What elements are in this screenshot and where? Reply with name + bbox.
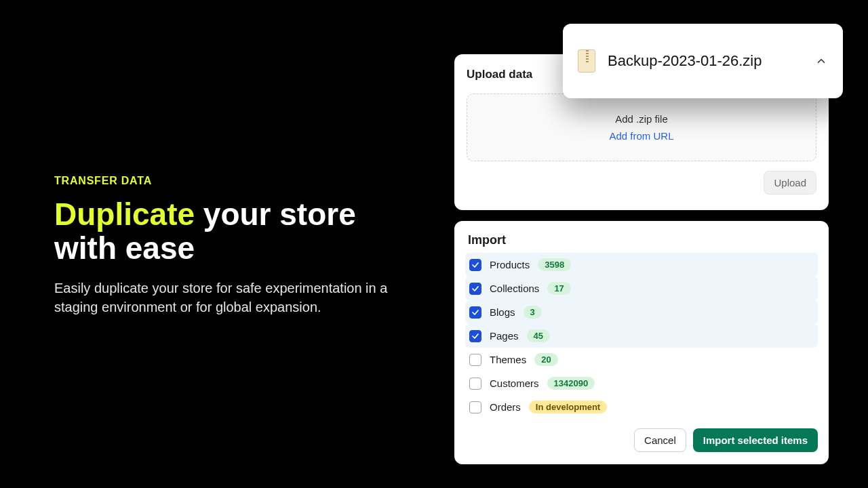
heading-accent: Duplicate	[54, 197, 195, 232]
count-badge: 17	[547, 282, 570, 295]
count-badge: 3	[524, 306, 542, 319]
chevron-up-icon[interactable]	[814, 54, 828, 68]
checkbox-blogs[interactable]	[469, 306, 481, 319]
import-title: Import	[468, 233, 818, 247]
import-row-collections[interactable]: Collections17	[465, 277, 818, 300]
count-badge: 3598	[538, 258, 571, 271]
status-badge: In development	[529, 401, 607, 413]
import-row-orders[interactable]: OrdersIn development	[465, 395, 818, 419]
dropzone[interactable]: Add .zip file Add from URL	[467, 94, 816, 161]
import-row-blogs[interactable]: Blogs3	[465, 300, 818, 324]
import-row-pages[interactable]: Pages45	[465, 324, 818, 348]
import-row-products[interactable]: Products3598	[465, 253, 818, 277]
download-popover: Backup-2023-01-26.zip	[563, 24, 843, 98]
checkbox-themes[interactable]	[469, 354, 481, 366]
import-item-label: Orders	[490, 401, 521, 413]
import-item-label: Pages	[490, 330, 519, 342]
checkbox-customers[interactable]	[469, 378, 481, 390]
count-badge: 1342090	[547, 377, 595, 390]
eyebrow: TRANSFER DATA	[54, 175, 407, 187]
import-item-label: Themes	[490, 354, 526, 365]
count-badge: 20	[534, 353, 557, 366]
import-card: Import Products3598Collections17Blogs3Pa…	[454, 221, 829, 464]
add-from-url-link[interactable]: Add from URL	[609, 130, 673, 142]
checkbox-pages[interactable]	[469, 330, 481, 342]
subtext: Easily duplicate your store for safe exp…	[54, 279, 400, 317]
import-item-label: Blogs	[490, 306, 515, 318]
dropzone-text: Add .zip file	[615, 113, 668, 125]
import-item-label: Customers	[490, 378, 539, 389]
cancel-button[interactable]: Cancel	[634, 428, 686, 452]
heading: Duplicate your store with ease	[54, 198, 407, 265]
import-items: Products3598Collections17Blogs3Pages45Th…	[465, 253, 818, 419]
checkbox-orders[interactable]	[469, 401, 481, 413]
download-filename: Backup-2023-01-26.zip	[608, 52, 802, 70]
zip-file-icon	[578, 49, 595, 73]
import-item-label: Collections	[490, 283, 539, 294]
checkbox-collections[interactable]	[469, 283, 481, 295]
count-badge: 45	[527, 329, 550, 342]
upload-button[interactable]: Upload	[764, 171, 816, 195]
import-item-label: Products	[490, 259, 530, 270]
import-selected-button[interactable]: Import selected items	[693, 428, 818, 452]
marketing-copy: TRANSFER DATA Duplicate your store with …	[54, 175, 407, 317]
import-row-themes[interactable]: Themes20	[465, 348, 818, 371]
import-row-customers[interactable]: Customers1342090	[465, 371, 818, 395]
checkbox-products[interactable]	[469, 259, 481, 271]
